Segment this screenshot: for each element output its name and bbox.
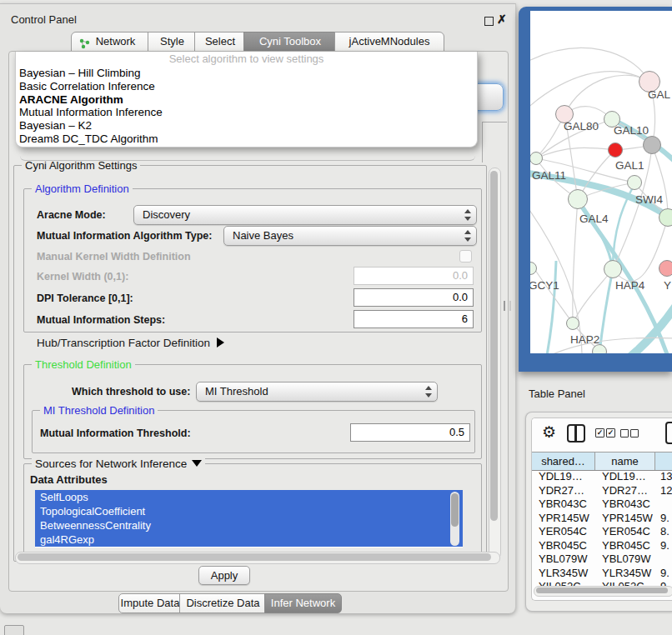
algorithm-combobox-partial[interactable]	[477, 83, 504, 111]
table-horizontal-scrollbar[interactable]	[534, 586, 672, 597]
column-header-name[interactable]: name	[595, 452, 655, 470]
network-node-swi4[interactable]	[627, 175, 642, 190]
attribute-list-item[interactable]: gal4RGexp	[35, 532, 463, 547]
network-node-gal4[interactable]	[568, 189, 588, 209]
data-attributes-list: SelfLoopsTopologicalCoefficientBetweenne…	[35, 490, 463, 548]
tab-cyni-toolbox[interactable]: Cyni Toolbox	[243, 32, 337, 52]
which-threshold-value: MI Threshold	[205, 385, 268, 398]
table-cell: 9.	[660, 512, 672, 526]
network-node-label: SWI4	[635, 193, 663, 206]
table-row[interactable]: YPR145WYPR145W9.	[532, 512, 672, 526]
dpi-tolerance-label: DPI Tolerance [0,1]:	[37, 292, 133, 304]
network-node-label: GAL1	[615, 159, 644, 172]
mi-steps-label: Mutual Information Steps:	[37, 314, 165, 326]
table-mode-icon[interactable]	[665, 422, 672, 444]
tab-label: Network	[86, 35, 136, 48]
tab-select[interactable]: Select	[194, 32, 246, 52]
float-window-icon[interactable]	[484, 17, 494, 26]
table-cell: YER054C	[602, 525, 655, 539]
table-row[interactable]: YDR27…YDR27…12	[532, 484, 672, 498]
table-row[interactable]: YLR345WYLR345W9.	[532, 567, 672, 581]
which-threshold-select[interactable]: MI Threshold	[196, 382, 438, 402]
sources-collapser[interactable]: Sources for Network Inference	[32, 458, 205, 470]
attribute-list-item[interactable]: BetweennessCentrality	[35, 518, 463, 532]
table-row[interactable]: YER054CYER054C8.	[532, 525, 672, 539]
tab-style[interactable]: Style	[148, 32, 197, 52]
kernel-width-input[interactable]: 0.0	[354, 267, 474, 285]
attributes-scrollbar[interactable]	[450, 492, 459, 546]
table-cell: YBR043C	[539, 498, 594, 512]
tab-discretize-data[interactable]: Discretize Data	[179, 593, 267, 613]
attribute-list-item[interactable]: TopologicalCoefficient	[35, 504, 463, 518]
algorithm-option[interactable]: Dream8 DC_TDC Algorithm	[16, 132, 477, 146]
mi-type-select[interactable]: Naive Bayes	[223, 226, 477, 246]
aracne-mode-select[interactable]: Discovery	[133, 205, 477, 225]
dpi-tolerance-input[interactable]: 0.0	[354, 288, 474, 307]
settings-vertical-scrollbar[interactable]	[489, 168, 501, 559]
expand-arrow-icon[interactable]	[217, 338, 224, 348]
attribute-list-item[interactable]: SelfLoops	[35, 490, 463, 504]
column-header-shared-name[interactable]: shared…	[532, 452, 595, 470]
table-cell: YBR045C	[602, 539, 655, 553]
network-node-hap4[interactable]	[604, 260, 622, 278]
network-node-hap2[interactable]	[566, 317, 579, 330]
network-node[interactable]	[592, 344, 607, 353]
network-node[interactable]	[643, 136, 661, 154]
column-header-partial[interactable]	[655, 452, 672, 470]
hub-definition-expander[interactable]: Hub/Transcription Factor Definition	[37, 337, 224, 349]
control-panel-title: Control Panel	[11, 13, 77, 26]
algorithm-option[interactable]: Mutual Information Inference	[16, 106, 477, 119]
algorithm-option[interactable]: Bayesian – K2	[16, 119, 477, 132]
table-header-row: shared… name	[532, 452, 672, 471]
tab-label: jActiveMNodules	[349, 35, 430, 48]
column-layout-icon[interactable]	[567, 424, 585, 442]
tab-impute-data[interactable]: Impute Data	[118, 593, 182, 613]
tab-label: Infer Network	[271, 597, 335, 609]
kernel-width-label: Kernel Width (0,1):	[37, 271, 128, 282]
table-panel-title: Table Panel	[529, 388, 585, 400]
network-node[interactable]	[659, 208, 672, 227]
algorithm-option[interactable]: Bayesian – Hill Climbing	[16, 67, 477, 80]
table-row[interactable]: YBR043CYBR043C	[532, 498, 672, 512]
close-icon[interactable]: ✗	[497, 12, 507, 26]
select-all-checkbox-icon[interactable]: ✓	[606, 428, 615, 438]
network-graph-icon	[79, 37, 90, 48]
settings-horizontal-scrollbar[interactable]	[15, 552, 500, 564]
network-node-label: GAL80	[564, 120, 599, 132]
node-table: ⚙ ✓ ✓ shared… name YDL19…YDL19…13YDR27…Y…	[531, 418, 672, 601]
algorithm-option[interactable]: ARACNE Algorithm	[16, 93, 477, 107]
mi-steps-input[interactable]: 6	[354, 310, 474, 328]
table-cell	[660, 498, 672, 512]
collapse-arrow-icon[interactable]	[192, 460, 202, 467]
manual-kernel-checkbox[interactable]	[459, 250, 472, 262]
hidden-groupbox-edge	[482, 122, 507, 162]
deselect-all-checkbox-icon[interactable]	[620, 429, 629, 438]
stepper-icon[interactable]	[424, 386, 432, 398]
tab-infer-network[interactable]: Infer Network	[264, 593, 342, 613]
network-node-y[interactable]	[659, 260, 672, 277]
algorithm-option[interactable]: Basic Correlation Inference	[16, 80, 477, 93]
mi-type-label: Mutual Information Algorithm Type:	[37, 230, 212, 242]
table-cell: 8.	[660, 525, 672, 539]
stepper-icon[interactable]	[464, 230, 471, 242]
tab-label: Style	[160, 35, 184, 48]
tab-jactivemnodules[interactable]: jActiveMNodules	[334, 32, 444, 52]
gear-icon[interactable]: ⚙	[542, 423, 556, 442]
stepper-icon[interactable]	[464, 209, 471, 221]
table-row[interactable]: YBR045CYBR045C9.	[532, 539, 672, 553]
sources-title: Sources for Network Inference	[35, 458, 187, 470]
table-cell: 9.	[660, 567, 672, 581]
apply-button[interactable]: Apply	[198, 566, 250, 585]
tab-network[interactable]: Network	[71, 32, 150, 52]
select-all-checkbox-icon[interactable]: ✓	[595, 428, 604, 438]
network-node-gal1[interactable]	[608, 142, 623, 158]
network-canvas[interactable]: GALGAL80GAL10GAL1GAL11SWI4GAL4GCY1HAP4YH…	[530, 11, 672, 353]
deselect-all-checkbox-icon[interactable]	[630, 429, 639, 438]
aracne-mode-label: Aracne Mode:	[37, 209, 106, 221]
panel-splitter-handle[interactable]	[504, 301, 511, 311]
mi-threshold-input[interactable]: 0.5	[350, 423, 470, 442]
table-row[interactable]: YDL19…YDL19…13	[532, 470, 672, 484]
hub-definition-label: Hub/Transcription Factor Definition	[37, 337, 210, 349]
minimized-panel-icon[interactable]	[4, 625, 24, 635]
table-row[interactable]: YBL079WYBL079W	[532, 552, 672, 567]
